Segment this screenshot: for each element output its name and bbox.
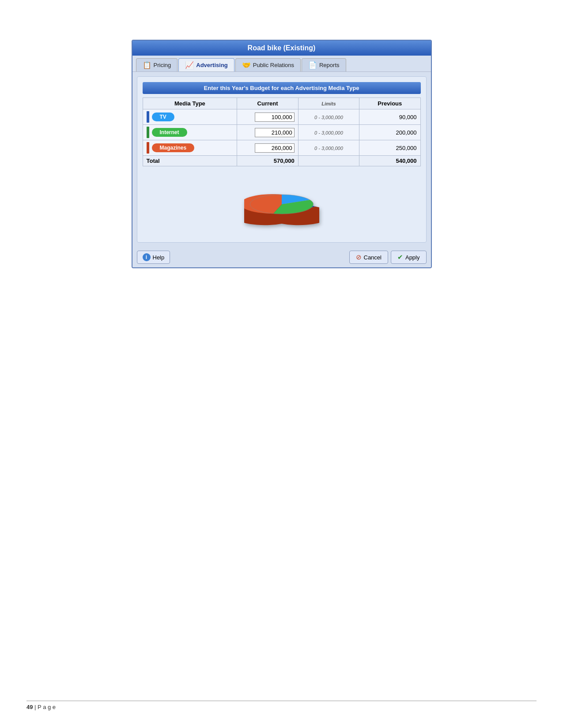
page-label-text: P a g e bbox=[38, 704, 56, 710]
media-cell-internet: Internet bbox=[143, 125, 237, 140]
current-cell-magazines[interactable] bbox=[237, 140, 298, 156]
bottom-bar: i Help ⊘ Cancel ✔ Apply bbox=[132, 247, 431, 267]
tab-advertising[interactable]: 📈 Advertising bbox=[178, 58, 234, 71]
help-icon: i bbox=[143, 253, 151, 261]
current-input-internet[interactable] bbox=[255, 128, 295, 137]
tabs-row: 📋 Pricing 📈 Advertising 🤝 Public Relatio… bbox=[132, 56, 431, 72]
color-bar-tv bbox=[147, 111, 149, 123]
total-current-cell: 570,000 bbox=[237, 156, 298, 166]
total-limits-cell bbox=[298, 156, 359, 166]
advertising-icon: 📈 bbox=[185, 61, 194, 69]
help-label: Help bbox=[153, 254, 165, 261]
tab-public-relations[interactable]: 🤝 Public Relations bbox=[235, 58, 301, 71]
media-cell-tv: TV bbox=[143, 109, 237, 125]
main-window: Road bike (Existing) 📋 Pricing 📈 Adverti… bbox=[132, 40, 432, 268]
media-label-internet: Internet bbox=[152, 128, 187, 137]
total-previous-cell: 540,000 bbox=[359, 156, 420, 166]
limits-text-tv: 0 - 3,000,000 bbox=[314, 115, 343, 120]
table-row: TV 0 - 3,000,000 90,000 bbox=[143, 109, 420, 125]
previous-cell-magazines: 250,000 bbox=[359, 140, 420, 156]
title-bar: Road bike (Existing) bbox=[132, 41, 431, 56]
current-cell-tv[interactable] bbox=[237, 109, 298, 125]
cancel-button[interactable]: ⊘ Cancel bbox=[349, 251, 388, 264]
total-previous-value: 540,000 bbox=[396, 158, 417, 164]
cancel-icon: ⊘ bbox=[356, 253, 362, 261]
advertising-table: Media Type Current Limits Previous bbox=[143, 98, 421, 166]
page-number: 49 bbox=[26, 704, 33, 710]
public-relations-icon: 🤝 bbox=[242, 61, 251, 69]
reports-icon: 📄 bbox=[308, 61, 317, 69]
limits-cell-tv: 0 - 3,000,000 bbox=[298, 109, 359, 125]
media-label-magazines: Magazines bbox=[152, 143, 195, 152]
apply-button[interactable]: ✔ Apply bbox=[391, 251, 427, 264]
color-bar-internet bbox=[147, 127, 149, 138]
col-header-current: Current bbox=[237, 98, 298, 109]
tab-reports-label: Reports bbox=[319, 62, 340, 68]
total-label: Total bbox=[147, 158, 160, 164]
apply-icon: ✔ bbox=[397, 253, 403, 261]
apply-label: Apply bbox=[405, 254, 420, 261]
previous-cell-tv: 90,000 bbox=[359, 109, 420, 125]
tab-reports[interactable]: 📄 Reports bbox=[302, 58, 346, 71]
limits-text-magazines: 0 - 3,000,000 bbox=[314, 146, 343, 151]
previous-value-internet: 200,000 bbox=[396, 129, 417, 136]
cancel-label: Cancel bbox=[364, 254, 382, 261]
current-input-magazines[interactable] bbox=[255, 143, 295, 153]
previous-cell-internet: 200,000 bbox=[359, 125, 420, 140]
col-header-previous: Previous bbox=[359, 98, 420, 109]
color-bar-magazines bbox=[147, 142, 149, 154]
previous-value-magazines: 250,000 bbox=[396, 145, 417, 151]
media-label-tv: TV bbox=[152, 113, 174, 121]
action-buttons: ⊘ Cancel ✔ Apply bbox=[349, 251, 427, 264]
tab-pricing[interactable]: 📋 Pricing bbox=[136, 58, 178, 71]
limits-cell-internet: 0 - 3,000,000 bbox=[298, 125, 359, 140]
col-header-media: Media Type bbox=[143, 98, 237, 109]
main-content: Enter this Year's Budget for each Advert… bbox=[137, 76, 427, 243]
tab-public-relations-label: Public Relations bbox=[253, 62, 294, 68]
page-footer: 49 | P a g e bbox=[26, 701, 537, 710]
current-cell-internet[interactable] bbox=[237, 125, 298, 140]
total-current-value: 570,000 bbox=[274, 158, 295, 164]
window-title: Road bike (Existing) bbox=[248, 44, 316, 52]
table-row: Internet 0 - 3,000,000 200,000 bbox=[143, 125, 420, 140]
media-cell-magazines: Magazines bbox=[143, 140, 237, 156]
table-row: Magazines 0 - 3,000,000 250,000 bbox=[143, 140, 420, 156]
limits-cell-magazines: 0 - 3,000,000 bbox=[298, 140, 359, 156]
table-row-total: Total 570,000 540,000 bbox=[143, 156, 420, 166]
section-header-text: Enter this Year's Budget for each Advert… bbox=[204, 85, 359, 91]
col-header-limits: Limits bbox=[298, 98, 359, 109]
tab-advertising-label: Advertising bbox=[196, 62, 228, 68]
tab-pricing-label: Pricing bbox=[154, 62, 171, 68]
chart-container bbox=[143, 166, 421, 237]
limits-text-internet: 0 - 3,000,000 bbox=[314, 130, 343, 135]
pie-chart bbox=[244, 175, 319, 233]
section-header: Enter this Year's Budget for each Advert… bbox=[143, 82, 421, 94]
current-input-tv[interactable] bbox=[255, 113, 295, 122]
pricing-icon: 📋 bbox=[143, 61, 151, 69]
help-button[interactable]: i Help bbox=[137, 251, 170, 264]
total-label-cell: Total bbox=[143, 156, 237, 166]
previous-value-tv: 90,000 bbox=[399, 114, 417, 120]
